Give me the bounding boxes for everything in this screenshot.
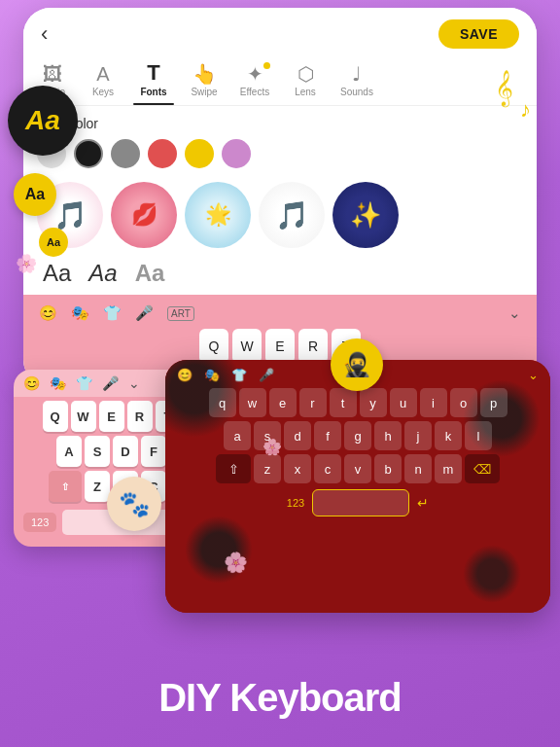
- naruto-row-1: q w e r t y u i o p: [171, 388, 544, 417]
- pink-sticker-icon[interactable]: 🎭: [50, 375, 66, 391]
- key-e[interactable]: E: [265, 329, 295, 364]
- naruto-key-o[interactable]: o: [450, 388, 477, 417]
- swatch-yellow[interactable]: [185, 139, 214, 168]
- naruto-key-d[interactable]: d: [284, 421, 311, 450]
- sounds-icon: ♩: [352, 64, 361, 84]
- theme-music2[interactable]: 🎵: [259, 182, 325, 248]
- aa-badge-medium-text: Aa: [25, 186, 45, 203]
- naruto-keyboard-card: 🌸 🌸 😊 🎭 👕 🎤 ⌄ q w e r t y u i o p a s d …: [165, 360, 550, 613]
- pink-emoji-icon[interactable]: 😊: [23, 375, 40, 391]
- theme-sparkle[interactable]: ✨: [332, 182, 399, 248]
- font-preview-italic[interactable]: Aa: [88, 260, 117, 287]
- naruto-return-icon[interactable]: ↵: [417, 495, 429, 511]
- naruto-key-delete[interactable]: ⌫: [465, 454, 500, 483]
- sticker-icon[interactable]: 🎭: [71, 304, 89, 322]
- font-preview-regular[interactable]: Aa: [43, 260, 71, 287]
- music-note-2-icon: ♪: [520, 97, 531, 123]
- pink-key-s[interactable]: S: [85, 436, 110, 467]
- pink-key-d[interactable]: D: [113, 436, 138, 467]
- naruto-key-t[interactable]: t: [330, 388, 357, 417]
- naruto-key-m[interactable]: m: [435, 454, 462, 483]
- pink-key-a[interactable]: A: [56, 436, 82, 467]
- lens-icon: ⬡: [298, 64, 314, 84]
- naruto-shirt-icon[interactable]: 👕: [231, 368, 247, 382]
- naruto-key-x[interactable]: x: [284, 454, 311, 483]
- naruto-key-j[interactable]: j: [404, 421, 432, 450]
- naruto-key-g[interactable]: g: [344, 421, 371, 450]
- naruto-key-l[interactable]: l: [465, 421, 492, 450]
- emoji-icon[interactable]: 😊: [39, 304, 57, 322]
- tab-lens[interactable]: ⬡ Lens: [280, 60, 331, 105]
- swatch-purple[interactable]: [222, 139, 251, 168]
- naruto-key-b[interactable]: b: [374, 454, 402, 483]
- pink-key-f[interactable]: F: [141, 436, 166, 467]
- naruto-key-shift[interactable]: ⇧: [216, 454, 251, 483]
- naruto-key-u[interactable]: u: [390, 388, 417, 417]
- pink-shirt-icon[interactable]: 👕: [76, 375, 92, 391]
- pink-down-icon[interactable]: ⌄: [128, 375, 140, 391]
- naruto-key-p[interactable]: p: [480, 388, 508, 417]
- pink-key-w[interactable]: W: [71, 401, 96, 432]
- text-color-section: Text Color: [23, 106, 537, 174]
- naruto-key-a[interactable]: a: [224, 421, 251, 450]
- back-button[interactable]: ‹: [41, 21, 48, 47]
- tab-effects-label: Effects: [240, 87, 269, 97]
- shirt-icon[interactable]: 👕: [103, 304, 122, 322]
- theme-lips[interactable]: 💋: [111, 182, 177, 248]
- pink-key-shift[interactable]: ⇧: [49, 471, 82, 502]
- art-icon[interactable]: ART: [167, 306, 194, 321]
- pink-key-r[interactable]: R: [127, 401, 153, 432]
- swatch-gray[interactable]: [111, 139, 140, 168]
- tab-fonts[interactable]: T Fonts: [128, 58, 179, 105]
- chevron-down-icon[interactable]: ⌄: [508, 304, 521, 322]
- naruto-sticker-icon[interactable]: 🎭: [204, 368, 220, 382]
- naruto-key-n[interactable]: n: [404, 454, 432, 483]
- naruto-mic-icon[interactable]: 🎤: [259, 368, 274, 382]
- naruto-key-y[interactable]: y: [360, 388, 387, 417]
- save-button[interactable]: SAVE: [438, 19, 519, 49]
- naruto-key-q[interactable]: q: [209, 388, 236, 417]
- naruto-key-e[interactable]: e: [269, 388, 297, 417]
- naruto-key-i[interactable]: i: [420, 388, 447, 417]
- swatch-black[interactable]: [74, 139, 103, 168]
- app-card: ‹ SAVE 🖼 Photo A Keys T Fonts 👆 Swipe ✦ …: [23, 8, 537, 387]
- tab-swipe[interactable]: 👆 Swipe: [179, 60, 229, 105]
- tab-effects[interactable]: ✦ Effects: [229, 60, 280, 105]
- key-q[interactable]: Q: [199, 329, 228, 364]
- keys-icon: A: [96, 64, 109, 84]
- pink-key-e[interactable]: E: [99, 401, 124, 432]
- swatch-red[interactable]: [148, 139, 177, 168]
- keyboard-row-1: Q W E R T: [31, 329, 529, 364]
- naruto-key-v[interactable]: v: [344, 454, 371, 483]
- pink-key-z[interactable]: Z: [85, 471, 110, 502]
- naruto-key-c[interactable]: c: [314, 454, 341, 483]
- naruto-key-s[interactable]: s: [254, 421, 281, 450]
- naruto-key-z[interactable]: z: [254, 454, 281, 483]
- pink-numbers-key[interactable]: 123: [23, 513, 56, 532]
- pink-key-q[interactable]: Q: [43, 401, 68, 432]
- naruto-space-bar[interactable]: [312, 489, 409, 516]
- tab-sounds[interactable]: ♩ Sounds: [331, 60, 383, 105]
- mic-icon[interactable]: 🎤: [135, 304, 154, 322]
- grim-reaper-badge: 🥷: [331, 338, 383, 391]
- aa-badge-large-text: Aa: [25, 105, 60, 136]
- key-r[interactable]: R: [298, 329, 328, 364]
- naruto-key-r[interactable]: r: [299, 388, 327, 417]
- key-w[interactable]: W: [232, 329, 262, 364]
- pink-mic-icon[interactable]: 🎤: [102, 375, 119, 391]
- aa-badge-large: Aa: [8, 86, 78, 156]
- flower-decoration: 🌸: [16, 253, 37, 274]
- tab-keys[interactable]: A Keys: [78, 60, 128, 105]
- naruto-key-h[interactable]: h: [374, 421, 402, 450]
- naruto-key-k[interactable]: k: [435, 421, 462, 450]
- naruto-numbers-key[interactable]: 123: [287, 497, 304, 509]
- naruto-key-f[interactable]: f: [314, 421, 341, 450]
- naruto-bottom-bar: 123 ↵: [165, 485, 550, 520]
- naruto-down-icon[interactable]: ⌄: [528, 368, 539, 382]
- naruto-key-w[interactable]: w: [239, 388, 266, 417]
- font-preview-bold[interactable]: Aa: [135, 260, 165, 287]
- naruto-emoji-icon[interactable]: 😊: [177, 368, 192, 382]
- theme-stars[interactable]: 🌟: [185, 182, 251, 248]
- naruto-row-3: ⇧ z x c v b n m ⌫: [171, 454, 544, 483]
- paw-badge: 🐾: [107, 477, 161, 531]
